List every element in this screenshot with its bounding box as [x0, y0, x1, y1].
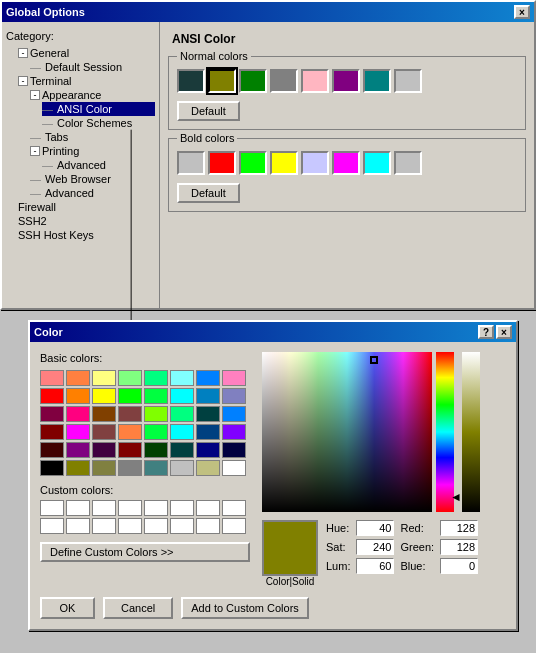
custom-color-swatch-7[interactable] [222, 500, 246, 516]
expand-general[interactable]: - [18, 48, 28, 58]
basic-color-swatch-36[interactable] [144, 442, 168, 458]
basic-color-swatch-35[interactable] [118, 442, 142, 458]
custom-color-swatch-1[interactable] [66, 500, 90, 516]
tree-item-color-schemes[interactable]: — Color Schemes [42, 116, 155, 130]
tree-item-printing-advanced[interactable]: — Advanced [42, 158, 155, 172]
basic-color-swatch-10[interactable] [92, 388, 116, 404]
basic-color-swatch-16[interactable] [40, 406, 64, 422]
custom-color-swatch-14[interactable] [196, 518, 220, 534]
custom-color-swatch-15[interactable] [222, 518, 246, 534]
tree-item-printing[interactable]: - Printing [30, 144, 155, 158]
basic-color-swatch-43[interactable] [118, 460, 142, 476]
bold-color-swatch-7[interactable] [394, 151, 422, 175]
basic-color-swatch-13[interactable] [170, 388, 194, 404]
tree-item-general[interactable]: - General [18, 46, 155, 60]
normal-color-swatch-1[interactable] [208, 69, 236, 93]
basic-color-swatch-9[interactable] [66, 388, 90, 404]
tree-item-advanced[interactable]: — Advanced [30, 186, 155, 200]
basic-color-swatch-42[interactable] [92, 460, 116, 476]
bold-color-swatch-5[interactable] [332, 151, 360, 175]
basic-color-swatch-46[interactable] [196, 460, 220, 476]
ok-button[interactable]: OK [40, 597, 95, 619]
basic-color-swatch-8[interactable] [40, 388, 64, 404]
basic-color-swatch-3[interactable] [118, 370, 142, 386]
basic-color-swatch-6[interactable] [196, 370, 220, 386]
lum-input[interactable] [356, 558, 394, 574]
basic-color-swatch-22[interactable] [196, 406, 220, 422]
bold-color-swatch-1[interactable] [208, 151, 236, 175]
normal-color-swatch-2[interactable] [239, 69, 267, 93]
basic-color-swatch-19[interactable] [118, 406, 142, 422]
tree-item-ansi-color[interactable]: — ANSI Color [42, 102, 155, 116]
basic-color-swatch-33[interactable] [66, 442, 90, 458]
bold-color-swatch-6[interactable] [363, 151, 391, 175]
basic-color-swatch-27[interactable] [118, 424, 142, 440]
basic-color-swatch-29[interactable] [170, 424, 194, 440]
bold-default-button[interactable]: Default [177, 183, 240, 203]
lightness-strip-container[interactable] [462, 352, 480, 514]
tree-item-appearance[interactable]: - Appearance [30, 88, 155, 102]
normal-color-swatch-6[interactable] [363, 69, 391, 93]
basic-color-swatch-11[interactable] [118, 388, 142, 404]
add-to-custom-colors-button[interactable]: Add to Custom Colors [181, 597, 309, 619]
define-custom-colors-button[interactable]: Define Custom Colors >> [40, 542, 250, 562]
custom-color-swatch-6[interactable] [196, 500, 220, 516]
custom-color-swatch-10[interactable] [92, 518, 116, 534]
basic-color-swatch-4[interactable] [144, 370, 168, 386]
custom-color-swatch-0[interactable] [40, 500, 64, 516]
hue-input[interactable] [356, 520, 394, 536]
basic-color-swatch-25[interactable] [66, 424, 90, 440]
tree-item-tabs[interactable]: — Tabs [30, 130, 155, 144]
basic-color-swatch-32[interactable] [40, 442, 64, 458]
basic-color-swatch-17[interactable] [66, 406, 90, 422]
color-close-button[interactable]: × [496, 325, 512, 339]
normal-color-swatch-4[interactable] [301, 69, 329, 93]
tree-item-terminal[interactable]: - Terminal [18, 74, 155, 88]
green-input[interactable] [440, 539, 478, 555]
basic-color-swatch-23[interactable] [222, 406, 246, 422]
basic-color-swatch-5[interactable] [170, 370, 194, 386]
basic-color-swatch-45[interactable] [170, 460, 194, 476]
sat-input[interactable] [356, 539, 394, 555]
custom-color-swatch-3[interactable] [118, 500, 142, 516]
basic-color-swatch-37[interactable] [170, 442, 194, 458]
custom-color-swatch-13[interactable] [170, 518, 194, 534]
tree-item-ssh2[interactable]: SSH2 [18, 214, 155, 228]
basic-color-swatch-7[interactable] [222, 370, 246, 386]
basic-color-swatch-14[interactable] [196, 388, 220, 404]
basic-color-swatch-38[interactable] [196, 442, 220, 458]
custom-color-swatch-9[interactable] [66, 518, 90, 534]
basic-color-swatch-26[interactable] [92, 424, 116, 440]
bold-color-swatch-3[interactable] [270, 151, 298, 175]
normal-color-swatch-5[interactable] [332, 69, 360, 93]
basic-color-swatch-0[interactable] [40, 370, 64, 386]
bold-color-swatch-0[interactable] [177, 151, 205, 175]
basic-color-swatch-20[interactable] [144, 406, 168, 422]
basic-color-swatch-15[interactable] [222, 388, 246, 404]
normal-color-swatch-0[interactable] [177, 69, 205, 93]
basic-color-swatch-44[interactable] [144, 460, 168, 476]
custom-color-swatch-4[interactable] [144, 500, 168, 516]
spectrum-container[interactable] [262, 352, 432, 512]
tree-item-default-session[interactable]: — Default Session [30, 60, 155, 74]
color-help-button[interactable]: ? [478, 325, 494, 339]
custom-color-swatch-12[interactable] [144, 518, 168, 534]
normal-default-button[interactable]: Default [177, 101, 240, 121]
tree-item-web-browser[interactable]: — Web Browser [30, 172, 155, 186]
basic-color-swatch-30[interactable] [196, 424, 220, 440]
expand-terminal[interactable]: - [18, 76, 28, 86]
basic-color-swatch-47[interactable] [222, 460, 246, 476]
basic-color-swatch-28[interactable] [144, 424, 168, 440]
hue-strip-container[interactable]: ◄ [436, 352, 458, 514]
cancel-button[interactable]: Cancel [103, 597, 173, 619]
basic-color-swatch-41[interactable] [66, 460, 90, 476]
basic-color-swatch-12[interactable] [144, 388, 168, 404]
expand-printing[interactable]: - [30, 146, 40, 156]
expand-appearance[interactable]: - [30, 90, 40, 100]
basic-color-swatch-21[interactable] [170, 406, 194, 422]
blue-input[interactable] [440, 558, 478, 574]
custom-color-swatch-11[interactable] [118, 518, 142, 534]
basic-color-swatch-18[interactable] [92, 406, 116, 422]
normal-color-swatch-7[interactable] [394, 69, 422, 93]
basic-color-swatch-1[interactable] [66, 370, 90, 386]
